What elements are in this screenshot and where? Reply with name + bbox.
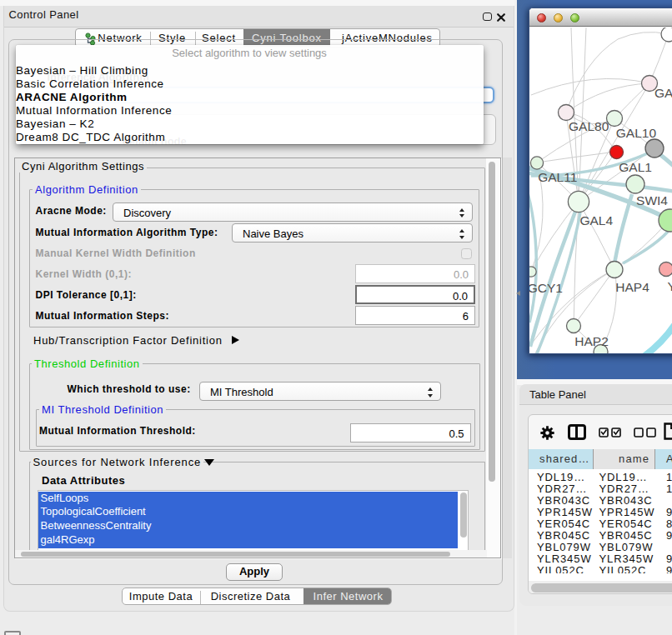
svg-text:SWI4: SWI4 xyxy=(636,193,668,208)
svg-text:GAL10: GAL10 xyxy=(616,126,657,140)
svg-text:GCY1: GCY1 xyxy=(529,281,563,295)
svg-text:GAL4: GAL4 xyxy=(579,213,613,228)
svg-text:GAL11: GAL11 xyxy=(538,170,577,184)
svg-text:HAP2: HAP2 xyxy=(574,334,609,348)
svg-text:HAP4: HAP4 xyxy=(615,280,649,294)
svg-text:GAL7: GAL7 xyxy=(654,86,672,100)
svg-text:GAL80: GAL80 xyxy=(569,119,609,133)
svg-text:Y: Y xyxy=(668,279,672,293)
svg-text:GAL1: GAL1 xyxy=(619,160,652,174)
